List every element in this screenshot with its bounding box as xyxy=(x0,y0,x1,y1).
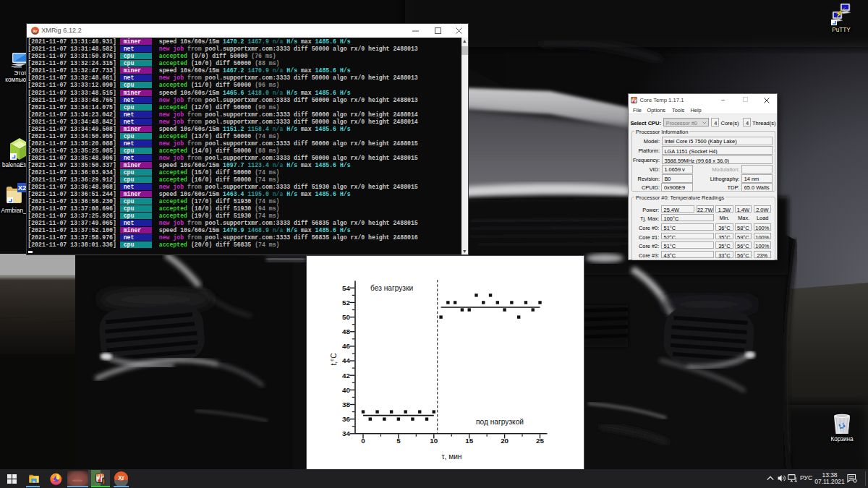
svg-text:t,°C: t,°C xyxy=(329,353,337,365)
svg-text:52: 52 xyxy=(342,299,350,307)
svg-text:46: 46 xyxy=(342,342,350,350)
svg-text:44: 44 xyxy=(342,356,350,364)
svg-text:54: 54 xyxy=(342,284,350,292)
svg-text:40: 40 xyxy=(342,386,350,394)
svg-text:50: 50 xyxy=(342,313,350,321)
svg-text:36: 36 xyxy=(342,415,350,423)
svg-text:под нагрузкой: под нагрузкой xyxy=(476,417,524,425)
svg-text:38: 38 xyxy=(342,401,350,408)
svg-text:20: 20 xyxy=(501,437,509,445)
svg-text:0: 0 xyxy=(361,437,365,445)
svg-text:25: 25 xyxy=(536,437,544,445)
svg-text:34: 34 xyxy=(342,429,350,437)
svg-text:X2: X2 xyxy=(18,184,27,192)
svg-text:без нагрузки: без нагрузки xyxy=(370,283,413,291)
svg-text:42: 42 xyxy=(342,371,350,379)
svg-text:48: 48 xyxy=(342,328,350,335)
svg-text:τ, мин: τ, мин xyxy=(441,453,461,461)
svg-text:Xr: Xr xyxy=(33,29,38,33)
svg-text:15: 15 xyxy=(465,437,473,445)
svg-text:10: 10 xyxy=(430,437,438,445)
svg-text:Xr: Xr xyxy=(118,475,124,481)
svg-text:5: 5 xyxy=(396,437,401,445)
